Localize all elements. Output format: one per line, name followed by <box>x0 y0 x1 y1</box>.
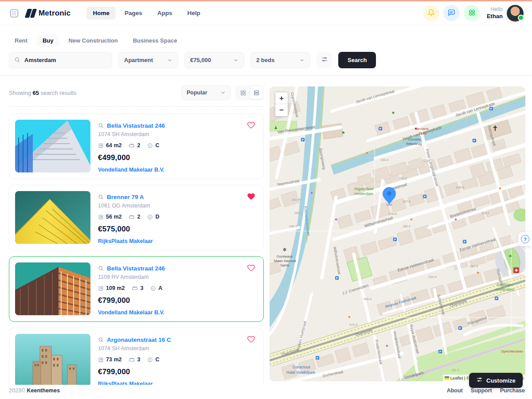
footer-link-support[interactable]: Support <box>471 387 492 394</box>
listing-address: 1061 OG Amsterdam <box>98 203 159 209</box>
energy-spec: A <box>150 285 162 291</box>
customize-button[interactable]: Customize <box>469 373 523 388</box>
svg-text:221D: 221D <box>422 159 430 162</box>
help-button[interactable]: ? <box>518 232 532 246</box>
list-view-button[interactable] <box>250 86 262 99</box>
listing-agency-link[interactable]: RijksPlaats Makelaar <box>98 238 159 244</box>
footer: 2023© Keenthemes About Support Purchase <box>0 385 532 399</box>
map[interactable]: P ✝ ☬ ✚ ⚑ ♟ <box>270 86 525 381</box>
svg-text:261-H: 261-H <box>292 198 300 201</box>
grid-icon <box>468 9 476 18</box>
svg-text:✚: ✚ <box>515 268 518 273</box>
listing-title-link[interactable]: Brenner 79 A <box>107 194 144 200</box>
listing-card[interactable]: Bella Vistastraat 246 1074 SH Amsterdam … <box>9 113 264 179</box>
svg-text:Amsterdam: Amsterdam <box>494 287 514 292</box>
main-nav: Home Pages Apps Help <box>86 7 206 20</box>
favorite-button[interactable] <box>247 121 255 129</box>
sort-select[interactable]: Popular <box>181 85 231 100</box>
nav-item-home[interactable]: Home <box>86 7 116 20</box>
chevron-down-icon <box>220 90 226 95</box>
svg-text:Gymbase: Gymbase <box>497 282 513 287</box>
advanced-filters-button[interactable] <box>317 52 332 68</box>
ukraine-flag-icon <box>445 376 449 379</box>
question-icon: ? <box>521 235 529 243</box>
beds-spec: 2 <box>129 142 140 149</box>
nav-item-pages[interactable]: Pages <box>118 7 149 20</box>
listing-photo <box>15 262 90 315</box>
area-spec: 64 m2 <box>98 142 121 149</box>
favorite-button-active[interactable] <box>247 192 255 200</box>
zoom-in-button[interactable]: + <box>275 92 288 104</box>
energy-label-icon <box>147 214 153 220</box>
logo-text: Metronic <box>39 9 70 18</box>
nav-item-help[interactable]: Help <box>181 7 207 20</box>
tab-business-space[interactable]: Business Space <box>127 35 183 47</box>
divider <box>9 106 264 107</box>
search-input[interactable] <box>9 52 112 68</box>
svg-text:Cornelis: Cornelis <box>408 137 421 141</box>
tab-rent[interactable]: Rent <box>9 35 33 47</box>
svg-text:Sahib: Sahib <box>280 263 289 267</box>
search-icon <box>98 194 104 200</box>
favorite-button[interactable] <box>247 264 255 272</box>
search-icon <box>98 266 104 271</box>
notifications-button[interactable] <box>423 5 439 21</box>
location-search <box>9 52 112 68</box>
listing-agency-link[interactable]: Vondelland Makelaar B.V. <box>98 309 165 316</box>
listing-title-link[interactable]: Bella Vistastraat 246 <box>107 122 165 129</box>
zoom-out-button[interactable]: − <box>275 104 288 116</box>
svg-text:119-2: 119-2 <box>481 211 489 215</box>
apps-button[interactable] <box>464 5 480 21</box>
grid-view-icon <box>240 90 246 96</box>
avatar[interactable] <box>507 5 524 22</box>
metronic-logo[interactable]: Metronic <box>26 9 70 18</box>
heart-icon-filled <box>247 192 255 200</box>
energy-label-icon <box>147 357 153 363</box>
chevron-down-icon <box>167 58 172 63</box>
svg-text:Yogaschool: Yogaschool <box>354 187 374 191</box>
listing-card[interactable]: Brenner 79 A 1061 OG Amsterdam 56 m2 2 D… <box>9 185 264 250</box>
grid-view-button[interactable] <box>237 86 249 99</box>
listing-agency-link[interactable]: Vondelland Makelaar B.V. <box>98 167 165 173</box>
footer-link-purchase[interactable]: Purchase <box>500 387 525 394</box>
chevron-down-icon <box>299 58 305 63</box>
area-icon <box>98 286 104 291</box>
listing-title-link[interactable]: Argonautenstraat 16 C <box>107 336 171 343</box>
results-count: Showing 65 search results <box>9 90 77 96</box>
page: Metronic Home Pages Apps Help Hello Etha… <box>0 0 532 399</box>
copyright: 2023© Keenthemes <box>9 387 60 394</box>
heart-icon <box>247 335 255 343</box>
svg-text:175-H: 175-H <box>388 212 397 215</box>
chevron-down-icon <box>233 58 239 63</box>
nav-item-apps[interactable]: Apps <box>151 7 179 20</box>
svg-text:268-3: 268-3 <box>289 225 297 228</box>
svg-text:⚑: ⚑ <box>341 131 345 135</box>
svg-text:181-3: 181-3 <box>451 368 459 372</box>
beds-select[interactable]: 2 beds <box>250 52 310 68</box>
listing-title-link[interactable]: Bella Vistastraat 246 <box>107 265 165 272</box>
svg-text:♣: ♣ <box>392 110 395 115</box>
price-select[interactable]: €75,000 <box>184 52 244 68</box>
property-type-select[interactable]: Apartment <box>118 52 178 68</box>
svg-text:234-H: 234-H <box>428 275 437 278</box>
map-canvas[interactable]: P ✝ ☬ ✚ ⚑ ♟ <box>270 86 525 381</box>
favorite-button[interactable] <box>247 335 255 343</box>
bed-icon <box>132 285 138 291</box>
svg-text:Tandarts: Tandarts <box>415 127 429 131</box>
app-launcher-icon[interactable] <box>8 8 20 19</box>
listing-card[interactable]: Argonautenstraat 16 C 1074 SH Amsterdam … <box>9 328 264 393</box>
listing-card-selected[interactable]: Bella Vistastraat 246 1109 RV Amsterdam … <box>9 256 264 322</box>
search-button[interactable]: Search <box>338 52 376 68</box>
area-icon <box>98 357 104 363</box>
tab-buy[interactable]: Buy <box>37 35 59 47</box>
svg-text:157-4: 157-4 <box>403 200 411 203</box>
listing-address: 1109 RV Amsterdam <box>98 274 165 280</box>
filter-bar: Rent Buy New Construction Business Space… <box>0 26 532 75</box>
svg-text:Hotel Vondelpark: Hotel Vondelpark <box>286 370 315 375</box>
tab-new-construction[interactable]: New Construction <box>63 35 123 47</box>
bell-icon <box>427 9 435 18</box>
view-toggle <box>235 85 264 100</box>
footer-link-about[interactable]: About <box>447 387 463 394</box>
chat-button[interactable] <box>443 5 460 21</box>
bed-icon <box>129 142 135 149</box>
